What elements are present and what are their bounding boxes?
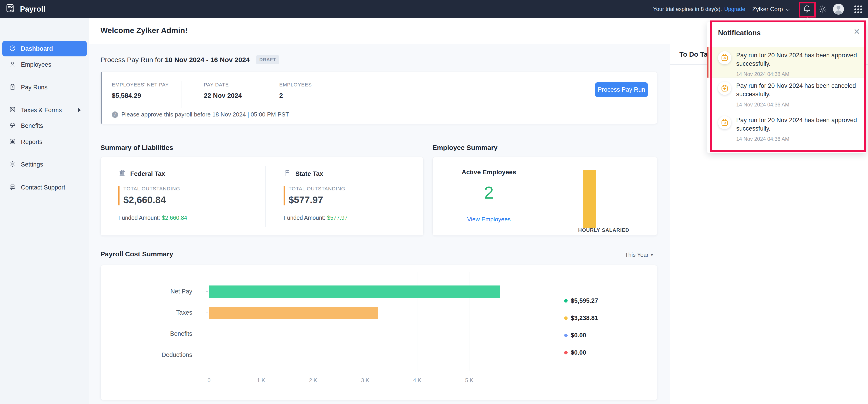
payrun-stat-0: EMPLOYEES' NET PAY$5,584.29: [112, 82, 169, 99]
active-employees-count: 2: [433, 183, 545, 202]
funded-amount: Funded Amount:$2,660.84: [118, 214, 187, 221]
flag-icon: [284, 169, 291, 178]
legend-row: $0.00: [564, 332, 586, 339]
payrun-stat-2: EMPLOYEES2: [279, 82, 312, 99]
liabilities-card: Federal TaxTOTAL OUTSTANDING$2,660.84Fun…: [100, 157, 424, 236]
sidebar-item-label: Taxes & Forms: [21, 107, 62, 114]
liability-state: State TaxTOTAL OUTSTANDING$577.97Funded …: [266, 157, 427, 235]
notifications-bell-icon[interactable]: [802, 4, 811, 13]
legend-dot: [564, 334, 568, 337]
x-tick-label: 1 K: [251, 377, 271, 383]
x-tick-label: 3 K: [355, 377, 375, 383]
notification-body: Pay run for 20 Nov 2024 has been approve…: [736, 51, 859, 77]
notification-item[interactable]: Pay run for 20 Nov 2024 has been cancele…: [707, 78, 866, 112]
upgrade-link[interactable]: Upgrade: [724, 6, 745, 12]
approval-note: i Please approve this payroll before 18 …: [112, 111, 289, 118]
legend-row: $5,595.27: [564, 297, 598, 305]
stat-value: 2: [279, 92, 312, 99]
stat-label: PAY DATE: [204, 82, 242, 88]
app-brand: Payroll: [5, 0, 45, 18]
sidebar-item-contact-support[interactable]: Contact Support: [0, 181, 89, 194]
outstanding-block: TOTAL OUTSTANDING$2,660.84: [118, 186, 180, 205]
settings-gear-icon[interactable]: [818, 5, 827, 13]
notification-item[interactable]: Pay run for 20 Nov 2024 has been approve…: [707, 112, 866, 150]
sidebar: DashboardEmployeesPay RunsTaxes & FormsB…: [0, 18, 89, 404]
employee-summary-title: Employee Summary: [432, 144, 498, 151]
x-tick-label: 0: [199, 377, 219, 383]
outstanding-value: $2,660.84: [123, 195, 180, 205]
bar-taxes: [209, 307, 378, 319]
todo-column-divider: [670, 44, 670, 404]
capitol-icon: [118, 169, 126, 178]
apps-grid-icon[interactable]: [855, 5, 862, 13]
payrun-period: 10 Nov 2024 - 16 Nov 2024: [165, 56, 250, 63]
notification-message: Pay run for 20 Nov 2024 has been approve…: [736, 51, 859, 68]
topbar-separator: [746, 5, 746, 13]
notification-item[interactable]: Pay run for 20 Nov 2024 has been approve…: [707, 47, 866, 78]
notification-body: Pay run for 20 Nov 2024 has been approve…: [736, 116, 859, 142]
trial-banner: Your trial expires in 8 day(s). Upgrade: [653, 0, 745, 18]
payrun-calendar-icon: [718, 82, 731, 95]
cost-summary-card: 01 K2 K3 K4 K5 KNet PayTaxesBenefitsDedu…: [100, 265, 657, 400]
x-axis-line: [209, 371, 501, 371]
outstanding-label: TOTAL OUTSTANDING: [123, 186, 180, 192]
funded-amount: Funded Amount:$577.97: [284, 214, 348, 221]
active-employees-label: Active Employees: [433, 169, 545, 176]
legend-value: $5,595.27: [571, 297, 598, 305]
pay-runs-icon: [9, 84, 16, 91]
trial-text: Your trial expires in 8 day(s).: [653, 6, 722, 12]
close-icon[interactable]: ×: [854, 26, 860, 37]
active-employees-block: Active Employees 2 View Employees: [433, 157, 545, 235]
notification-timestamp: 14 Nov 2024 04:38 AM: [736, 71, 859, 77]
legend-row: $0.00: [564, 349, 586, 356]
category-label: Net Pay: [124, 288, 192, 295]
notifications-header: Notifications ×: [707, 22, 866, 47]
stat-label: EMPLOYEES: [279, 82, 312, 88]
bar-net-pay: [209, 286, 500, 298]
user-avatar[interactable]: [833, 4, 844, 15]
view-employees-link[interactable]: View Employees: [433, 216, 545, 223]
sidebar-item-taxes-forms[interactable]: Taxes & Forms: [0, 104, 89, 116]
chevron-down-icon: [786, 6, 789, 13]
legend-dot: [564, 316, 568, 320]
outstanding-label: TOTAL OUTSTANDING: [288, 186, 345, 192]
x-tick-label: 4 K: [407, 377, 427, 383]
sidebar-item-pay-runs[interactable]: Pay Runs: [0, 81, 89, 94]
cost-summary-title: Payroll Cost Summary: [100, 250, 173, 258]
legend-row: $3,238.81: [564, 315, 598, 322]
sidebar-item-label: Benefits: [21, 122, 43, 129]
category-tick: [206, 334, 208, 334]
process-pay-run-button[interactable]: Process Pay Run: [595, 82, 648, 97]
category-tick: [206, 355, 208, 355]
sidebar-item-dashboard[interactable]: Dashboard: [2, 41, 87, 56]
sidebar-item-employees[interactable]: Employees: [0, 58, 89, 71]
notification-message: Pay run for 20 Nov 2024 has been approve…: [736, 116, 859, 133]
payroll-logo-icon: [5, 3, 16, 15]
legend-dot: [564, 351, 568, 354]
category-label: Benefits: [124, 330, 192, 337]
sidebar-item-reports[interactable]: Reports: [0, 136, 89, 148]
sidebar-item-label: Contact Support: [21, 184, 65, 191]
sidebar-item-settings[interactable]: Settings: [0, 158, 89, 171]
taxes-forms-icon: [9, 106, 16, 114]
settings-icon: [9, 161, 16, 168]
outstanding-block: TOTAL OUTSTANDING$577.97: [284, 186, 345, 205]
sidebar-item-benefits[interactable]: Benefits: [0, 119, 89, 132]
liability-name: Federal Tax: [118, 169, 165, 178]
employee-summary-card: Active Employees 2 View Employees HOURLY…: [432, 157, 657, 236]
notifications-panel: Notifications × Pay run for 20 Nov 2024 …: [707, 22, 866, 153]
funded-amount-value: $577.97: [327, 214, 347, 221]
payrun-calendar-icon: [718, 51, 731, 64]
dashboard-icon: [9, 45, 16, 53]
status-badge: DRAFT: [256, 55, 279, 64]
range-dropdown[interactable]: This Year ▾: [625, 252, 653, 258]
payrun-card-accent: [101, 72, 102, 124]
liability-name: State Tax: [284, 169, 323, 178]
payrun-card: EMPLOYEES' NET PAY$5,584.29PAY DATE22 No…: [100, 71, 657, 124]
funded-amount-value: $2,660.84: [162, 214, 187, 221]
notifications-title: Notifications: [718, 29, 761, 37]
triangle-down-icon: ▾: [651, 252, 653, 258]
legend-dot: [564, 299, 568, 302]
org-switcher[interactable]: Zylker Corp: [752, 0, 789, 18]
employee-bar-hourly: [583, 170, 596, 228]
